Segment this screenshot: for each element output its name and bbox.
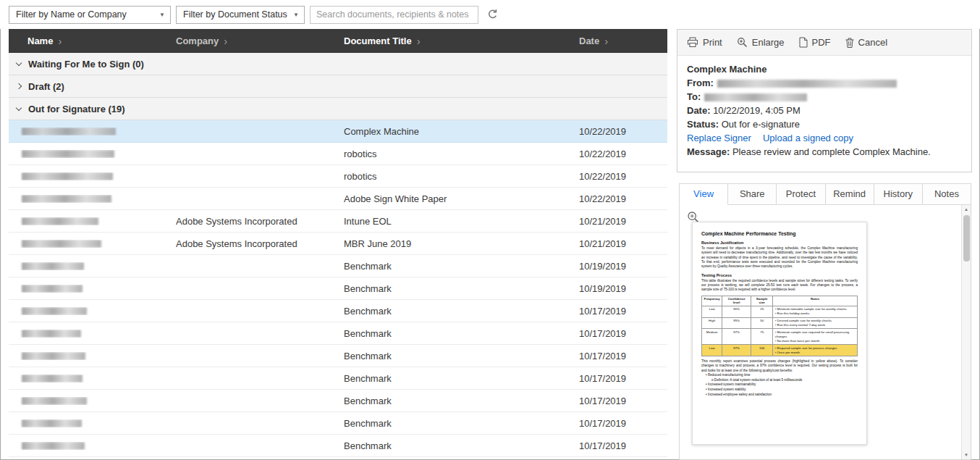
filter-status-select[interactable]: Filter by Document Status ▼ [176,6,305,24]
tool-label: Enlarge [752,37,785,48]
row-date: 10/21/2019 [579,216,667,227]
document-row[interactable]: Benchmark 10/17/2019 [9,300,667,322]
row-name [9,285,176,293]
replace-signer-link[interactable]: Replace Signer [687,133,751,143]
column-header-company[interactable]: Company › [176,35,344,46]
preview-notes-cell: Minimum sample size required for small p… [773,329,858,345]
preview-benefit: Definition: A total system reduction of … [711,378,858,383]
printer-icon [687,37,698,48]
preview-benefit: Reduced manufacturing time [706,373,858,378]
preview-heading-business-justification: Business Justification [701,241,858,245]
preview-benefit: Increased system stability [706,388,858,393]
preview-note: Run this holiday weeks [775,311,856,316]
preview-table-row: Low90%25Minimum tolerable sample size fo… [702,306,858,317]
document-row[interactable]: Benchmark 10/17/2019 [9,412,667,435]
row-name [9,240,176,248]
column-label: Document Title [344,35,412,46]
adobe-sign-manage-page: Filter by Name or Company ▼ Filter by Do… [0,0,980,460]
redacted-name [22,375,83,382]
row-document-title: Benchmark [344,396,579,406]
row-document-title: Benchmark [344,306,579,317]
document-row[interactable]: Benchmark 10/17/2019 [9,322,667,345]
document-row[interactable]: Complex Machine 10/22/2019 [9,120,667,143]
row-document-title: Benchmark [344,351,579,361]
pdf-button[interactable]: PDF [799,37,831,48]
row-name [9,375,176,382]
tool-label: PDF [812,37,831,48]
preview-cell: 90% [722,306,751,317]
pdf-file-icon [799,37,808,48]
preview-th: Sample size [751,296,773,306]
redacted-name [22,330,81,338]
document-row[interactable]: robotics 10/22/2019 [9,165,667,188]
document-row[interactable]: Benchmark 10/19/2019 [9,277,667,300]
row-date: 10/17/2019 [579,396,667,406]
scrollbar-thumb[interactable] [963,215,970,262]
preview-cell: 97% [722,329,751,345]
preview-scrollbar[interactable]: ▲ ▼ [961,205,971,459]
document-row[interactable]: Adobe Systems Incorporated Intune EOL 10… [9,210,667,233]
row-company: Adobe Systems Incorporated [176,238,344,249]
preview-paragraph: To meet demand for objects in a 3-year f… [701,246,858,269]
message-label: Message: [687,146,730,157]
row-date: 10/17/2019 [579,306,667,317]
chevron-down-icon [16,104,22,110]
row-name [9,172,176,180]
column-header-date[interactable]: Date › [579,35,667,46]
column-label: Name [28,35,53,46]
print-button[interactable]: Print [687,37,722,48]
document-row[interactable]: Benchmark 10/17/2019 [9,367,667,390]
section-out-for-signature[interactable]: Out for Signature (19) [9,98,667,120]
preview-cell: 75 [751,329,773,345]
preview-note: Run this every normal 7-day week [775,323,856,327]
row-name [9,150,176,158]
scroll-down-arrow-icon[interactable]: ▼ [962,451,971,459]
tab-protect[interactable]: Protect [776,183,825,205]
row-date: 10/19/2019 [579,283,667,294]
refresh-icon[interactable] [486,9,499,20]
preview-cell: Low [702,345,722,356]
document-rows: Complex Machine 10/22/2019 robotics 10/2… [9,120,667,457]
section-draft[interactable]: Draft (2) [9,75,667,98]
document-row[interactable]: Benchmark 10/19/2019 [9,255,667,277]
document-row[interactable]: Adobe Sign White Paper 10/22/2019 [9,188,667,210]
filter-name-company-select[interactable]: Filter by Name or Company ▼ [9,6,171,24]
document-row[interactable]: Benchmark 10/17/2019 [9,435,667,457]
cancel-button[interactable]: Cancel [845,37,887,48]
redacted-name [22,442,85,450]
preview-note: Minimum sample size required for small p… [775,330,856,339]
preview-heading-testing-process: Testing Process [701,273,858,277]
tab-history[interactable]: History [874,183,923,205]
tab-share[interactable]: Share [727,183,777,205]
document-row[interactable]: Benchmark 10/17/2019 [9,345,667,367]
document-row[interactable]: robotics 10/22/2019 [9,143,667,165]
tab-remind[interactable]: Remind [825,183,874,205]
from-label: From: [687,78,714,88]
tab-notes[interactable]: Notes [922,183,971,205]
row-date: 10/17/2019 [579,440,667,451]
tool-label: Print [703,37,722,48]
document-title: Complex Machine [687,62,962,76]
row-document-title: Benchmark [344,328,579,339]
upload-signed-copy-link[interactable]: Upload a signed copy [763,133,853,143]
enlarge-button[interactable]: Enlarge [737,37,785,48]
document-row[interactable]: Benchmark 10/17/2019 [9,390,667,412]
search-input[interactable] [310,6,478,24]
column-header-document-title[interactable]: Document Title › [344,35,579,46]
section-label: Waiting For Me to Sign (0) [28,59,144,70]
column-header-name[interactable]: Name › [9,35,176,46]
document-row[interactable]: Adobe Systems Incorporated MBR June 2019… [9,233,667,255]
scroll-up-arrow-icon[interactable]: ▲ [962,205,971,214]
redacted-name [22,240,101,248]
date-label: Date: [687,105,711,116]
row-name [9,419,176,427]
section-waiting-for-me-to-sign[interactable]: Waiting For Me to Sign (0) [9,53,667,75]
filter-name-company-label: Filter by Name or Company [16,9,127,20]
detail-message: Message: Please review and complete Comp… [687,145,962,159]
preview-th: Notes [773,296,858,306]
preview-table-row: Medium97%75Minimum sample size required … [702,329,858,345]
row-name [9,307,176,315]
tab-view[interactable]: View [679,183,728,205]
date-value: 10/22/2019, 4:05 PM [713,105,801,116]
row-name [9,442,176,450]
